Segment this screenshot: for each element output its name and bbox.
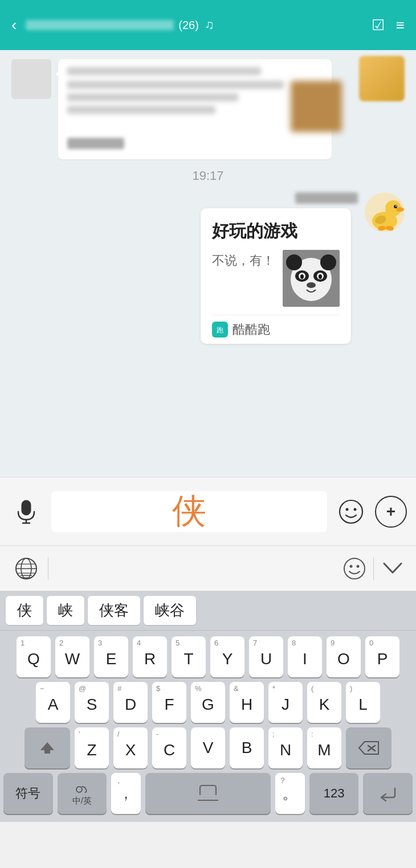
key-J[interactable]: *J [268,682,303,723]
avatar-left-1 [11,59,51,99]
chevron-down-button[interactable] [378,554,407,583]
key-R[interactable]: 4R [133,636,167,677]
period-key[interactable]: ？ 。 [275,773,305,814]
menu-icon[interactable]: ≡ [396,17,405,34]
key-U[interactable]: 7U [249,636,283,677]
svg-text:跑: 跑 [217,326,223,334]
top-avatar-blurred [359,56,405,101]
candidate-1[interactable]: 侠 [6,596,43,625]
chat-title-blurred [26,20,174,30]
back-button[interactable]: ‹ [11,16,17,34]
avatar-right-duck [365,192,405,232]
keyboard-row-3: 'Z /X -C V B ;N :M [3,727,413,768]
key-V[interactable]: V [191,727,225,768]
chat-area: 19:17 好玩的游戏 不说，有！ [0,50,416,477]
secondary-toolbar [0,545,416,591]
msg-sent-1: 好玩的游戏 不说，有！ [11,192,405,344]
game-card-body: 不说，有！ [212,250,340,307]
panda-meme [283,250,340,307]
keyboard-row-1: 1Q 2W 3E 4R 5T 6Y 7U 8I 9O 0P [3,636,413,677]
emoji-button[interactable] [335,496,367,528]
svg-point-37 [357,565,360,567]
return-key[interactable] [363,773,413,814]
candidate-4[interactable]: 峡谷 [144,596,196,625]
key-W[interactable]: 2W [55,636,89,677]
mic-button[interactable] [9,495,43,529]
svg-point-16 [396,207,404,212]
svg-point-3 [320,254,336,270]
key-Q[interactable]: 1Q [17,636,51,677]
sent-content: 好玩的游戏 不说，有！ [201,192,358,344]
svg-point-40 [76,787,82,792]
keyboard-row-4: 符号 中/英 ， ， ？ 。 123 [3,773,413,814]
keyboard-globe-button[interactable] [9,552,43,586]
svg-point-9 [319,274,322,279]
svg-rect-22 [22,500,31,515]
space-key[interactable] [145,773,271,814]
key-L[interactable]: )L [346,682,380,723]
toolbar-divider [48,557,48,580]
svg-point-2 [286,254,302,270]
game-icon: 跑 [212,322,228,338]
svg-point-27 [354,508,357,511]
svg-point-35 [344,558,365,579]
key-M[interactable]: :M [307,727,341,768]
fuhao-key[interactable]: 符号 [3,773,53,814]
key-I[interactable]: 8I [288,636,322,677]
chinese-input-preview: 侠 [60,488,318,534]
blurred-image [291,81,342,132]
key-F[interactable]: $F [152,682,186,723]
unread-badge: (26) [178,19,199,32]
key-Z[interactable]: 'Z [75,727,109,768]
delete-key[interactable] [346,727,391,768]
svg-point-10 [307,282,316,288]
header: ‹ (26) ♫ ☑ ≡ [0,0,416,50]
game-card-subtitle: 不说，有！ [212,250,275,269]
key-N[interactable]: ;N [268,727,303,768]
msg-received-1 [11,59,405,159]
key-H[interactable]: &H [230,682,264,723]
zhongen-key[interactable]: 中/英 [58,773,107,814]
secondary-emoji-button[interactable] [340,554,369,583]
comma-key[interactable]: ， ， [111,773,141,814]
keyboard-row-2: ~A @S #D $F %G &H *J (K )L [3,682,413,723]
key-K[interactable]: (K [307,682,341,723]
num123-key[interactable]: 123 [309,773,359,814]
timestamp: 19:17 [11,168,405,183]
candidate-bar: 侠 峡 侠客 峡谷 [0,591,416,631]
key-D[interactable]: #D [113,682,148,723]
key-C[interactable]: -C [152,727,186,768]
key-O[interactable]: 9O [327,636,361,677]
game-card: 好玩的游戏 不说，有！ [201,208,351,344]
svg-point-8 [300,274,304,279]
game-card-title: 好玩的游戏 [212,220,340,243]
header-icons: ☑ ≡ [372,17,405,34]
key-S[interactable]: @S [75,682,109,723]
header-title-area: (26) ♫ [26,18,372,32]
svg-point-17 [394,205,397,208]
sender-name-blurred [295,192,358,204]
calendar-icon[interactable]: ☑ [372,17,385,34]
blurred-tag [67,138,124,149]
key-X[interactable]: /X [113,727,148,768]
key-T[interactable]: 5T [172,636,206,677]
key-B[interactable]: B [230,727,264,768]
candidate-3[interactable]: 侠客 [88,596,140,625]
key-E[interactable]: 3E [94,636,128,677]
text-input[interactable]: 侠 [51,491,327,532]
toolbar-divider-2 [373,557,374,580]
audio-icon[interactable]: ♫ [205,18,214,32]
key-Y[interactable]: 6Y [210,636,244,677]
key-P[interactable]: 0P [365,636,399,677]
add-button[interactable]: + [375,496,407,528]
svg-point-26 [346,508,349,511]
shift-key[interactable] [25,727,70,768]
svg-point-25 [340,500,362,523]
key-A[interactable]: ~A [36,682,70,723]
key-G[interactable]: %G [191,682,225,723]
input-area: 侠 + [0,477,416,545]
svg-point-18 [395,205,397,207]
game-name: 酷酷跑 [233,321,270,338]
keyboard: 1Q 2W 3E 4R 5T 6Y 7U 8I 9O 0P ~A @S #D $… [0,631,416,822]
candidate-2[interactable]: 峡 [47,596,84,625]
